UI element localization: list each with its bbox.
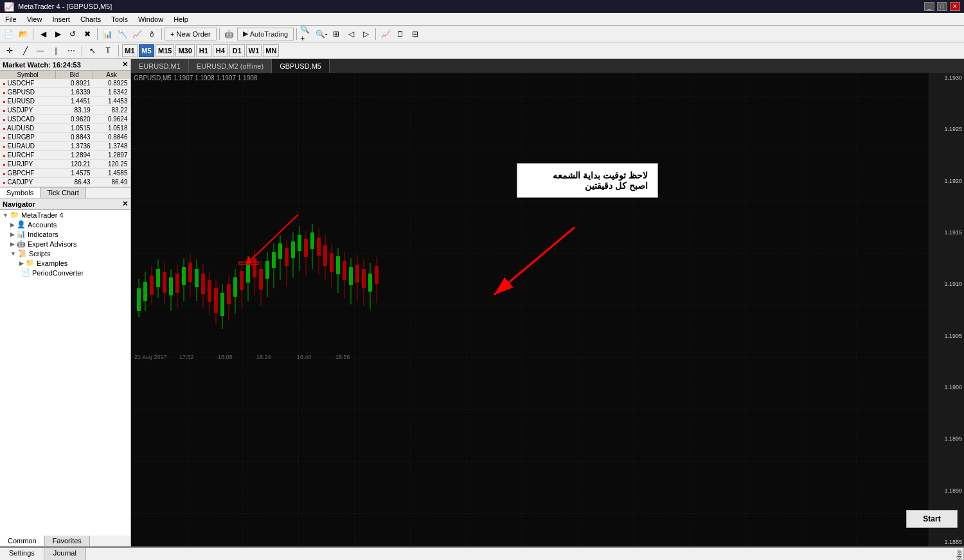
tree-item-examples[interactable]: ▶📁 Examples	[0, 258, 130, 268]
sep2	[97, 28, 98, 40]
navigator-close[interactable]: ✕	[122, 200, 128, 208]
next-btn[interactable]: ▷	[359, 28, 373, 40]
candle-btn[interactable]: 🕯	[145, 28, 159, 40]
period-w1[interactable]: W1	[246, 44, 262, 57]
chart-tab-gbpusd-m5[interactable]: GBPUSD,M5	[272, 59, 330, 73]
open-button[interactable]: 📂	[16, 28, 30, 40]
nav-tab-favorites[interactable]: Favorites	[45, 536, 90, 546]
crosshair-btn[interactable]: ✛	[3, 44, 17, 57]
svg-rect-56	[240, 271, 244, 290]
title-bar: 📈 MetaTrader 4 - [GBPUSD,M5] _ □ ✕	[0, 0, 964, 13]
chart-icon-btn[interactable]: 📊	[100, 28, 114, 40]
new-order-button[interactable]: + New Order	[165, 28, 217, 40]
price-label-1: 1.1925	[929, 126, 964, 132]
expert-icon[interactable]: 🤖	[222, 28, 237, 40]
mw-ask: 0.9624	[93, 115, 130, 124]
mw-symbol: ● GBPUSD	[0, 88, 56, 97]
period-h4[interactable]: H4	[213, 44, 228, 57]
new-button[interactable]: 📄	[1, 28, 15, 40]
svg-rect-74	[298, 235, 301, 251]
forward-button[interactable]: ▶	[51, 28, 65, 40]
svg-rect-64	[265, 261, 269, 279]
tab-symbols[interactable]: Symbols	[0, 188, 40, 198]
tree-item-indicators[interactable]: ▶📊 Indicators	[0, 229, 130, 239]
main-layout: Market Watch: 16:24:53 ✕ Symbol Bid Ask …	[0, 59, 964, 547]
bar-btn[interactable]: 📈	[130, 28, 144, 40]
arrow-btn[interactable]: ↖	[85, 44, 100, 57]
period-m30[interactable]: M30	[175, 44, 194, 57]
menu-file[interactable]: File	[0, 14, 22, 24]
svg-text:18:40: 18:40	[297, 354, 312, 360]
svg-rect-86	[336, 256, 340, 274]
chart-tab-eurusd-m1[interactable]: EURUSD,M1	[131, 59, 189, 73]
mw-row[interactable]: ● CADJPY 86.43 86.49	[0, 178, 130, 187]
title-bar-controls[interactable]: _ □ ✕	[924, 2, 960, 11]
fib-btn[interactable]: ⋯	[64, 44, 78, 57]
zoom-out-btn[interactable]: 🔍-	[314, 28, 328, 40]
svg-rect-26	[143, 282, 147, 301]
menu-view[interactable]: View	[22, 14, 48, 24]
refresh-button[interactable]: ↺	[66, 28, 80, 40]
mw-row[interactable]: ● USDJPY 83.19 83.22	[0, 106, 130, 115]
mw-symbol: ● USDCAD	[0, 115, 56, 124]
mw-row[interactable]: ● EURUSD 1.4451 1.4453	[0, 97, 130, 106]
period-h1[interactable]: H1	[196, 44, 211, 57]
zoom-in-btn[interactable]: 🔍+	[299, 28, 314, 40]
market-watch-table: Symbol Bid Ask ● USDCHF 0.8921 0.8925 ● …	[0, 71, 130, 187]
chart-properties-btn[interactable]: ⊞	[329, 28, 343, 40]
prev-btn[interactable]: ◁	[344, 28, 358, 40]
menu-help[interactable]: Help	[168, 14, 193, 24]
maximize-button[interactable]: □	[937, 2, 947, 11]
svg-rect-66	[272, 252, 276, 268]
annotation-line2: اصبح كل دقيقتين	[527, 180, 648, 191]
mw-row[interactable]: ● USDCAD 0.9620 0.9624	[0, 115, 130, 124]
stop-button[interactable]: ✖	[80, 28, 94, 40]
mw-row[interactable]: ● GBPUSD 1.6339 1.6342	[0, 88, 130, 97]
text-btn[interactable]: T	[101, 44, 115, 57]
mw-row[interactable]: ● EURGBP 0.8843 0.8846	[0, 133, 130, 142]
navigator-header: Navigator ✕	[0, 198, 130, 210]
period-m1[interactable]: M1	[122, 44, 138, 57]
market-watch-close[interactable]: ✕	[122, 60, 128, 69]
indicators-btn[interactable]: 📈	[379, 28, 393, 40]
tree-item-periodconverter[interactable]: 📄 PeriodConverter	[0, 268, 130, 277]
bottom-tab-settings[interactable]: Settings	[0, 548, 44, 560]
close-button[interactable]: ✕	[950, 2, 960, 11]
mw-col-bid: Bid	[56, 71, 93, 79]
tab-tick-chart[interactable]: Tick Chart	[40, 188, 86, 198]
mw-ask: 83.22	[93, 106, 130, 115]
mw-bid: 120.21	[56, 160, 93, 169]
period-d1[interactable]: D1	[229, 44, 245, 57]
tree-item-scripts[interactable]: ▼📜 Scripts	[0, 249, 130, 258]
bottom-tab-journal[interactable]: Journal	[44, 548, 86, 560]
back-button[interactable]: ◀	[36, 28, 50, 40]
tree-item-accounts[interactable]: ▶👤 Accounts	[0, 220, 130, 229]
hline-btn[interactable]: —	[33, 44, 48, 57]
period-mn[interactable]: MN	[263, 44, 279, 57]
chart-tabs: EURUSD,M1 EURUSD,M2 (offline) GBPUSD,M5	[131, 59, 964, 73]
minimize-button[interactable]: _	[924, 2, 934, 11]
menu-tools[interactable]: Tools	[106, 14, 133, 24]
menu-charts[interactable]: Charts	[75, 14, 106, 24]
menu-window[interactable]: Window	[133, 14, 168, 24]
tree-item-metatrader-4[interactable]: ▼📁 MetaTrader 4	[0, 210, 130, 220]
mw-row[interactable]: ● GBPCHF 1.4575 1.4585	[0, 169, 130, 178]
mw-row[interactable]: ● AUDUSD 1.0515 1.0518	[0, 124, 130, 133]
mw-row[interactable]: ● EURAUD 1.3736 1.3748	[0, 142, 130, 151]
mw-row[interactable]: ● EURJPY 120.21 120.25	[0, 160, 130, 169]
period-sep-btn[interactable]: ⊟	[408, 28, 422, 40]
auto-trading-button[interactable]: ▶ AutoTrading	[237, 28, 294, 40]
market-watch-tabs: Symbols Tick Chart	[0, 187, 130, 198]
tree-item-expert-advisors[interactable]: ▶🤖 Expert Advisors	[0, 239, 130, 249]
menu-insert[interactable]: Insert	[47, 14, 75, 24]
chart-tab-eurusd-m2[interactable]: EURUSD,M2 (offline)	[189, 59, 272, 73]
line-draw-btn[interactable]: ╱	[18, 44, 32, 57]
vline-btn[interactable]: |	[49, 44, 63, 57]
nav-tab-common[interactable]: Common	[0, 536, 45, 546]
period-m5[interactable]: M5	[139, 44, 154, 57]
mw-row[interactable]: ● EURCHF 1.2894 1.2897	[0, 151, 130, 160]
line-btn[interactable]: 📉	[115, 28, 129, 40]
period-m15[interactable]: M15	[156, 44, 174, 57]
tpl-btn[interactable]: 🗒	[393, 28, 407, 40]
mw-row[interactable]: ● USDCHF 0.8921 0.8925	[0, 79, 130, 88]
